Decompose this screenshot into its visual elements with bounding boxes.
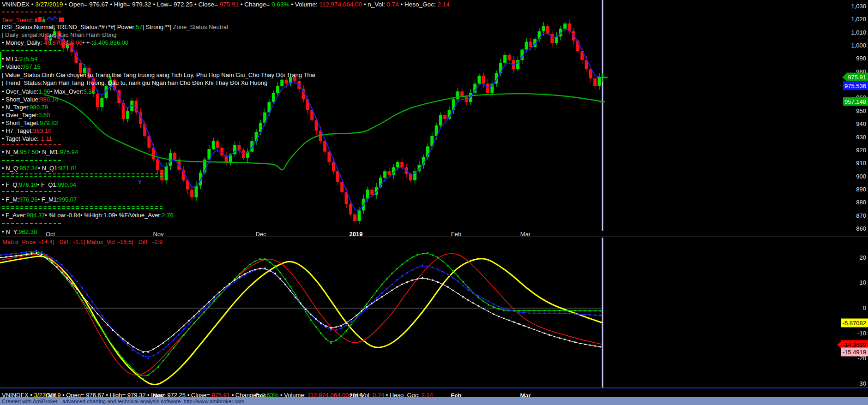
title-segment: • Heso_Goc: [399,1,438,8]
indicator-text-segment: 957.50 [20,149,38,155]
oscillator-tag: -5.87082 [841,319,868,327]
indicator-text-segment: -1.11 [39,135,52,142]
oscillator-axis-label: 0 [825,304,866,311]
indicator-text-line: • N_Q:957.34• N_Q1:971.01 [2,165,78,172]
price-axis-label: 1,000 [825,42,866,49]
indicator-text-segment: 980.16 [40,96,58,103]
matrix-yellow-line [0,256,603,385]
bottom-pane-border [0,387,868,388]
indicator-text-line: • Short_Taget:979.82 [2,119,58,126]
indicator-text-segment: 995.07 [59,196,77,203]
crosshair-cursor-line[interactable] [602,0,603,231]
title-segment: 2.14 [437,1,449,8]
indicator-text-segment: • N_Q: [2,165,20,172]
mt1-level-bar [0,52,1,69]
indicator-text-segment: • Over_Value: [2,88,38,95]
indicator-text-segment: 976.10 [19,181,37,188]
matrix-green-line [0,252,603,376]
indicator-text-line: • N_M:957.50• N_M1:975.94 [2,149,78,155]
indicator-text-line: | Value_Status:Đinh Gia chuyen tu Trang … [2,71,315,78]
price-axis-label: 1,020 [825,16,866,23]
tag-arrow-icon [842,73,846,81]
month-label: Nov [153,231,163,238]
oscillator-tag: -15.4919 [841,348,868,356]
indicator-text-segment: 957.34 [20,165,38,172]
indicator-text-segment: 980.79 [30,104,48,111]
crosshair-cursor-line-bottom[interactable] [602,238,603,388]
indicator-text-segment: RSI_Status:Normal| TREND_Status:*#+*#| P… [2,24,136,30]
separator-dash-line [2,173,163,177]
price-axis-label: 860 [825,225,866,232]
indicator-text-segment: • N_Taget: [2,104,30,111]
indicator-text-line: • Short_Value:980.16 [2,96,58,103]
separator-dash-line [2,223,61,224]
price-axis-label: 910 [825,160,866,167]
separator-dash-line [2,191,61,192]
month-label: 2019 [350,231,363,238]
separator-dash-line [2,12,61,12]
indicator-text-segment: 971.01 [59,165,78,172]
credit-text: Created with AmiBroker - advanced charti… [2,399,244,404]
indicator-text-segment: 983.10 [33,127,51,134]
month-label: Oct [46,231,55,238]
candles-group [45,19,601,225]
indicator-text-segment: 975.54 [19,55,38,62]
indicator-text-segment: 984.37 [26,212,45,219]
amibroker-credit-bar: Created with AmiBroker - advanced charti… [0,397,868,405]
price-axis-label: 880 [825,199,866,206]
month-label: Dec [255,231,266,238]
indicator-text-segment: • Money_Daily: [2,39,42,46]
indicator-text-segment: -46,870,816.00 [42,39,82,46]
indicator-text-line: • Over_Taget:0.50 [2,112,50,119]
title-segment: 975.91 [220,1,239,8]
price-axis-label: 1,010 [825,29,866,36]
title-segment: • n_Vol: [362,1,387,8]
indicator-text-segment: • Short_Value: [2,96,40,103]
month-label: Feb [451,231,461,238]
indicator-text-segment: • MT1: [2,55,19,62]
price-axis-label: 930 [825,134,866,141]
indicator-text-segment: 976.26 [19,196,38,203]
indicator-text-line: Test_Trend: [2,16,68,24]
separator-dash-line [2,144,61,145]
price-axis-label: 890 [825,186,866,193]
indicator-text-segment: • N_Q1: [38,165,59,172]
price-axis-label: 900 [825,173,866,180]
ma-green-line [44,94,603,170]
oscillator-tag-value: -15.4919 [841,348,868,357]
indicator-text-line: • F_Aver:984.37• %Low:-0.84• %High:1.09•… [2,212,174,219]
separator-dash-line [2,50,61,51]
indicator-text-line: • Money_Daily:-46,870,816.00• +-:3,405,8… [2,39,128,46]
oscillator-tag-value: -5.87082 [841,319,868,328]
price-axis-label: 990 [825,55,866,62]
price-chart-canvas[interactable]: Y [0,0,868,405]
indicator-text-segment: 3,405,856.00 [93,39,128,46]
title-segment: VNINDEX [2,1,30,8]
indicator-text-line: • N_Y:962.38 [2,228,37,235]
signal-marker-y: Y [138,179,142,185]
oscillator-axis-label: -30 [825,380,866,387]
indicator-text-segment: • F_Aver: [2,212,26,219]
price-axis-label: 940 [825,120,866,127]
indicator-text-line: • Value:957.15 [2,63,41,70]
indicator-text-line: • N_Taget:980.79 [2,104,48,111]
indicator-text-segment: • N_M1: [38,149,60,155]
indicator-text-segment: 962.38 [18,228,37,235]
indicator-text-segment: 990.04 [58,181,76,188]
price-tag: 975.91 [842,73,868,81]
indicator-text-segment: 2.76 [162,212,173,219]
indicator-text-segment: 5.34 [84,88,95,95]
indicator-text-line: • Over_Value:1.96• Max_Over:5.34 [2,88,95,95]
indicator-text-segment: 979.82 [40,119,58,126]
indicator-text-line: • Taget-Value:-1.11 [2,135,52,142]
price-tag-value: 957.148 [843,97,868,106]
price-axis-label: 950 [825,107,866,114]
oscillator-axis-label: -10 [825,330,866,337]
indicator-text-segment: • Short_Taget: [2,119,40,126]
price-tag: 957.148 [843,98,868,106]
tag-arrow-icon [837,341,841,348]
indicator-text-segment: Zone_Status:Neutral [173,24,228,30]
title-segment: 3/27/2019 [35,1,63,8]
trend-candle-icons [34,16,68,23]
oscillator-axis-label: 20 [825,254,866,261]
